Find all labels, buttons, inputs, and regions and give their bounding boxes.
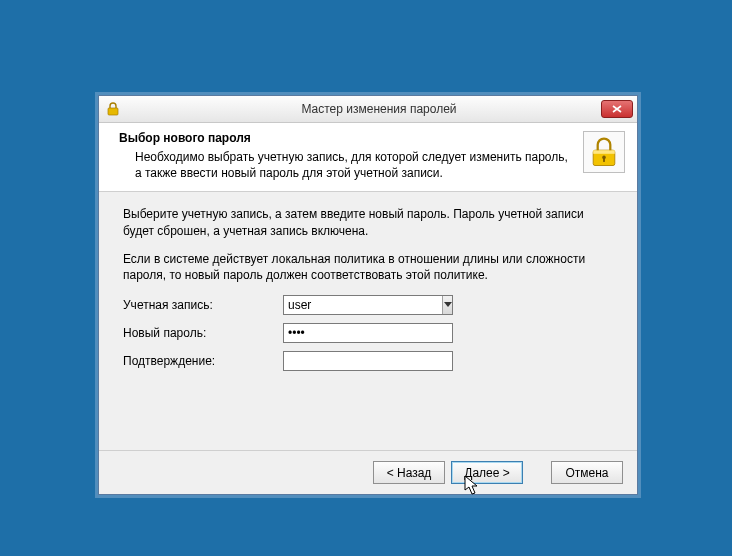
wizard-window: Мастер изменения паролей Выбор нового па…: [98, 95, 638, 495]
account-input[interactable]: [284, 296, 442, 314]
header-subtitle: Необходимо выбрать учетную запись, для к…: [135, 149, 573, 181]
close-button[interactable]: [601, 100, 633, 118]
confirm-password-label: Подтверждение:: [123, 354, 283, 368]
back-button[interactable]: < Назад: [373, 461, 445, 484]
confirm-password-input[interactable]: [283, 351, 453, 371]
lock-icon: [583, 131, 625, 173]
instruction-1: Выберите учетную запись, а затем введите…: [123, 206, 613, 238]
close-icon: [612, 105, 622, 113]
header-title: Выбор нового пароля: [119, 131, 573, 145]
new-password-label: Новый пароль:: [123, 326, 283, 340]
instruction-2: Если в системе действует локальная полит…: [123, 251, 613, 283]
account-row: Учетная запись:: [123, 295, 613, 315]
new-password-row: Новый пароль:: [123, 323, 613, 343]
wizard-footer: < Назад Далее > Отмена: [99, 450, 637, 494]
wizard-header: Выбор нового пароля Необходимо выбрать у…: [99, 123, 637, 192]
chevron-down-icon[interactable]: [442, 296, 452, 314]
wizard-content: Выберите учетную запись, а затем введите…: [99, 192, 637, 452]
lock-icon: [105, 101, 121, 117]
window-title: Мастер изменения паролей: [121, 102, 637, 116]
account-label: Учетная запись:: [123, 298, 283, 312]
confirm-password-row: Подтверждение:: [123, 351, 613, 371]
titlebar: Мастер изменения паролей: [99, 96, 637, 123]
next-button[interactable]: Далее >: [451, 461, 523, 484]
new-password-input[interactable]: [283, 323, 453, 343]
svg-rect-0: [108, 108, 118, 115]
account-combobox[interactable]: [283, 295, 453, 315]
cancel-button[interactable]: Отмена: [551, 461, 623, 484]
svg-rect-4: [603, 158, 605, 162]
svg-rect-2: [593, 150, 615, 154]
